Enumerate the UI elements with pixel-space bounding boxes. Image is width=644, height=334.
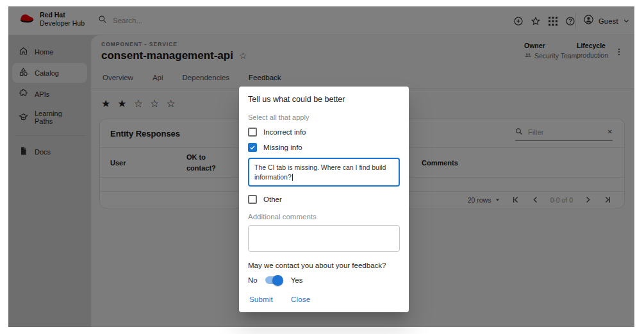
- modal-subtitle: Select all that apply: [248, 113, 400, 121]
- text-cursor: [292, 174, 293, 181]
- checkbox-incorrect-info[interactable]: Incorrect info: [248, 128, 400, 137]
- contact-toggle-row: No Yes: [248, 276, 400, 284]
- feedback-modal: Tell us what could be better Select all …: [239, 87, 409, 312]
- contact-question: May we contact you about your feedback?: [248, 262, 400, 269]
- toggle-off-label: No: [248, 276, 258, 284]
- additional-comments-label: Additional comments: [248, 213, 400, 221]
- checkbox-other[interactable]: Other: [248, 195, 400, 204]
- checkbox-icon[interactable]: [248, 143, 257, 152]
- submit-button[interactable]: Submit: [249, 296, 273, 303]
- checkbox-icon[interactable]: [248, 128, 257, 137]
- contact-toggle[interactable]: [265, 276, 282, 284]
- feedback-textarea[interactable]: The CI tab is missing. Where can I find …: [248, 158, 400, 187]
- toggle-thumb: [272, 275, 283, 286]
- modal-title: Tell us what could be better: [248, 95, 400, 104]
- close-button[interactable]: Close: [291, 296, 310, 303]
- additional-comments-textarea[interactable]: [248, 225, 400, 252]
- checkbox-icon[interactable]: [248, 195, 257, 204]
- checkbox-missing-info[interactable]: Missing info: [248, 143, 400, 152]
- toggle-on-label: Yes: [291, 276, 303, 284]
